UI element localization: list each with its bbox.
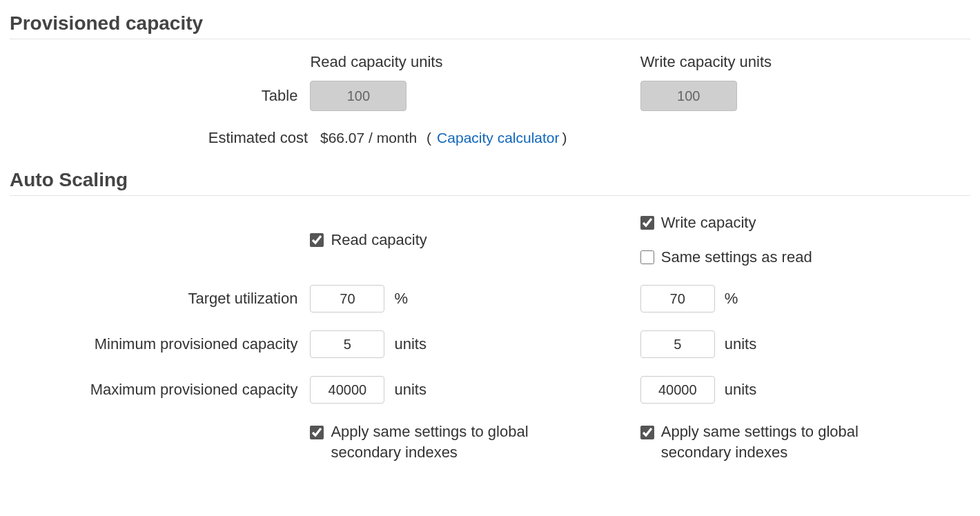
section-title-autoscaling: Auto Scaling [10, 169, 970, 196]
apply-gsi-write-checkbox[interactable] [640, 426, 654, 439]
paren-open: ( [427, 130, 431, 146]
units-suffix: units [725, 381, 756, 399]
column-header-write: Write capacity units [640, 53, 970, 71]
estimated-cost-value: $66.07 / month [320, 130, 417, 146]
min-capacity-write-input[interactable] [640, 330, 715, 358]
write-capacity-checkbox[interactable] [640, 216, 654, 230]
table-write-capacity-input [640, 81, 737, 111]
max-capacity-label: Maximum provisioned capacity [10, 381, 310, 399]
capacity-calculator-link[interactable]: Capacity calculator [437, 130, 559, 146]
apply-gsi-read-label: Apply same settings to global secondary … [331, 421, 565, 462]
section-title-provisioned: Provisioned capacity [10, 12, 970, 39]
apply-gsi-write-label: Apply same settings to global secondary … [661, 421, 896, 462]
apply-gsi-read-checkbox[interactable] [310, 426, 324, 439]
table-row-label: Table [10, 87, 310, 105]
min-capacity-label: Minimum provisioned capacity [10, 335, 310, 353]
units-suffix: units [394, 335, 426, 353]
units-suffix: units [725, 335, 756, 353]
target-utilization-label: Target utilization [10, 290, 310, 308]
percent-suffix: % [394, 290, 408, 308]
write-capacity-checkbox-label: Write capacity [661, 212, 756, 233]
min-capacity-read-input[interactable] [310, 330, 384, 358]
table-read-capacity-input [310, 81, 406, 111]
units-suffix: units [394, 381, 426, 399]
max-capacity-read-input[interactable] [310, 376, 384, 404]
read-capacity-checkbox[interactable] [310, 233, 324, 247]
percent-suffix: % [725, 290, 738, 308]
target-utilization-read-input[interactable] [310, 285, 384, 312]
read-capacity-checkbox-label: Read capacity [331, 230, 427, 250]
column-header-read: Read capacity units [310, 53, 640, 71]
estimated-cost-label: Estimated cost [10, 129, 320, 147]
paren-close: ) [562, 130, 567, 146]
target-utilization-write-input[interactable] [640, 285, 715, 312]
same-as-read-checkbox[interactable] [640, 250, 654, 264]
max-capacity-write-input[interactable] [640, 376, 715, 404]
same-as-read-checkbox-label: Same settings as read [661, 247, 812, 268]
